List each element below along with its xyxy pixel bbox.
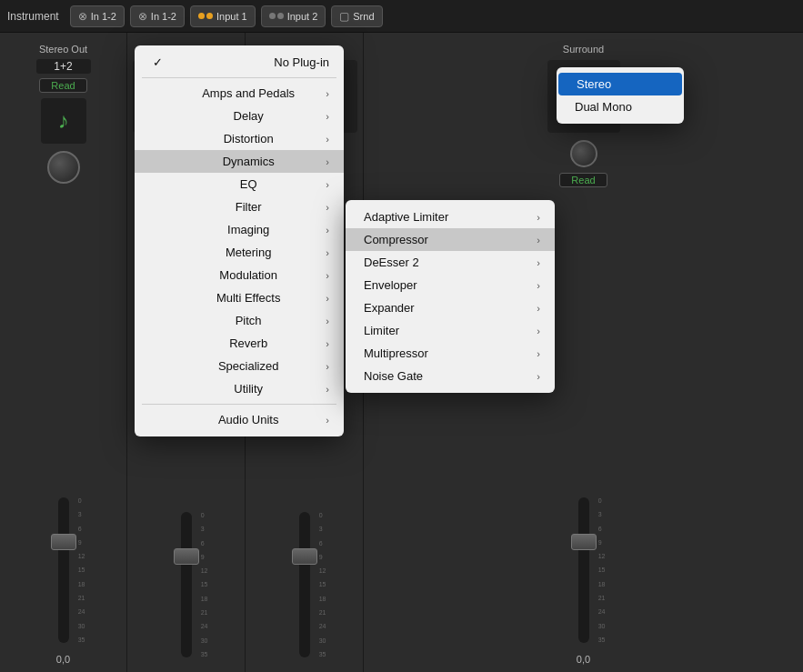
sub-menu-item-compressor[interactable]: Compressor › [346, 228, 555, 251]
sub-menu-item-noise-gate[interactable]: Noise Gate › [346, 365, 555, 387]
left-fader-scale: 0 3 6 9 12 15 18 21 24 30 35 [78, 497, 85, 643]
sub-enveloper-label: Enveloper [364, 278, 417, 292]
left-pan-knob[interactable] [47, 151, 80, 184]
channel-in12-label-2: In 1-2 [151, 11, 176, 22]
left-fader-thumb[interactable] [51, 534, 76, 550]
sub-sub-menu-item-dual-mono[interactable]: Dual Mono [557, 95, 684, 118]
menu-reverb-label: Reverb [229, 336, 267, 350]
menu-item-delay[interactable]: Delay › [135, 105, 344, 127]
sub-sub-dual-mono-label: Dual Mono [575, 100, 632, 114]
menu-audio-units-label: Audio Units [218, 413, 278, 426]
menu-item-distortion[interactable]: Distortion › [135, 127, 344, 150]
sub-menu-item-adaptive-limiter[interactable]: Adaptive Limiter › [346, 206, 555, 228]
right-fader-thumb-2[interactable] [292, 548, 317, 565]
menus-wrapper: ✓ No Plug-in Amps and Pedals › Delay › D… [135, 45, 684, 436]
menu-item-audio-units[interactable]: Audio Units › [135, 408, 344, 431]
channel-input2-label: Input 2 [287, 11, 318, 22]
arrow-icon-audio-units: › [326, 415, 329, 426]
arrow-icon-dynamics: › [326, 156, 329, 167]
right-fader-scale-2: 0 3 6 9 12 15 18 21 24 30 35 [319, 512, 326, 657]
sub-menu-item-enveloper[interactable]: Enveloper › [346, 274, 555, 296]
menu-utility-label: Utility [234, 382, 263, 396]
menu-multi-effects-label: Multi Effects [216, 291, 281, 305]
arrow-icon-delay: › [326, 111, 329, 122]
channel-in12-btn-2[interactable]: ⊗ In 1-2 [130, 5, 185, 27]
channel-input2-btn[interactable]: Input 2 [261, 5, 326, 27]
menu-eq-label: EQ [240, 177, 257, 191]
top-bar: Instrument ⊗ In 1-2 ⊗ In 1-2 Input 1 Inp… [0, 0, 803, 33]
sub-sub-stereo-label: Stereo [577, 77, 611, 91]
arrow-icon-limiter: › [537, 326, 540, 336]
left-read-btn[interactable]: Read [39, 78, 86, 93]
menu-divider-2 [142, 404, 336, 405]
arrow-icon-multi: › [326, 293, 329, 304]
left-track-number: 1+2 [36, 59, 91, 74]
menu-distortion-label: Distortion [224, 132, 274, 145]
menu-item-no-plugin[interactable]: ✓ No Plug-in [135, 51, 344, 74]
menu-specialized-label: Specialized [218, 359, 279, 373]
surround-fader-track[interactable] [578, 497, 589, 643]
menu-item-filter[interactable]: Filter › [135, 196, 344, 218]
arrow-icon-deesser2: › [537, 257, 540, 268]
channel-in12-label-1: In 1-2 [91, 11, 116, 22]
right-fader-track-2[interactable] [299, 512, 310, 657]
compressor-sub-sub-menu: Stereo Dual Mono [557, 67, 684, 124]
menu-item-specialized[interactable]: Specialized › [135, 355, 344, 377]
arrow-icon-utility: › [326, 384, 329, 395]
menu-item-dynamics[interactable]: Dynamics › [135, 150, 344, 173]
right-fader-track-1[interactable] [181, 512, 192, 657]
menu-item-imaging[interactable]: Imaging › [135, 218, 344, 241]
sub-menu-item-expander[interactable]: Expander › [346, 296, 555, 319]
menu-metering-label: Metering [226, 246, 272, 259]
arrow-icon-modulation: › [326, 270, 329, 281]
menu-amps-label: Amps and Pedals [202, 86, 295, 100]
link-icon-2: ⊗ [138, 10, 147, 23]
menu-item-eq[interactable]: EQ › [135, 173, 344, 196]
surround-fader-thumb[interactable] [571, 534, 597, 550]
menu-dynamics-label: Dynamics [223, 155, 275, 168]
sub-menu-item-multipressor[interactable]: Multipressor › [346, 342, 555, 365]
arrow-icon-reverb: › [326, 338, 329, 349]
arrow-icon-noise-gate: › [537, 371, 540, 382]
menu-item-amps[interactable]: Amps and Pedals › [135, 82, 344, 105]
checkmark-icon: ✓ [153, 55, 167, 69]
menu-pitch-label: Pitch [236, 314, 262, 327]
channel-srnd-label: Srnd [353, 11, 374, 22]
menu-item-metering[interactable]: Metering › [135, 241, 344, 264]
sub-sub-menu-item-stereo[interactable]: Stereo [558, 73, 682, 95]
menu-item-reverb[interactable]: Reverb › [135, 332, 344, 355]
sub-menu-item-limiter[interactable]: Limiter › [346, 319, 555, 342]
arrow-icon-filter: › [326, 202, 329, 213]
arrow-icon-distortion: › [326, 134, 329, 145]
channel-input1-btn[interactable]: Input 1 [190, 5, 256, 27]
channel-srnd-btn[interactable]: ▢ Srnd [331, 5, 382, 27]
channel-in12-btn-1[interactable]: ⊗ In 1-2 [70, 5, 125, 27]
dynamics-sub-menu: Adaptive Limiter › Compressor › DeEsser … [346, 200, 555, 393]
sub-multipressor-label: Multipressor [364, 346, 428, 360]
dots-input1 [198, 13, 213, 19]
square-icon: ▢ [339, 10, 349, 23]
arrow-icon-adaptive-limiter: › [537, 212, 540, 223]
sub-menu-item-deesser2[interactable]: DeEsser 2 › [346, 251, 555, 274]
main-menu: ✓ No Plug-in Amps and Pedals › Delay › D… [135, 45, 344, 436]
arrow-icon-expander: › [537, 303, 540, 314]
arrow-icon-multipressor: › [537, 348, 540, 359]
sub-compressor-label: Compressor [364, 233, 428, 246]
menu-item-pitch[interactable]: Pitch › [135, 309, 344, 332]
menu-item-multi-effects[interactable]: Multi Effects › [135, 286, 344, 309]
menu-item-modulation[interactable]: Modulation › [135, 264, 344, 286]
sub-expander-label: Expander [364, 301, 415, 315]
left-music-icon-box: ♪ [41, 98, 86, 144]
link-icon-1: ⊗ [78, 10, 87, 23]
right-fader-thumb-1[interactable] [174, 548, 199, 565]
menu-item-utility[interactable]: Utility › [135, 377, 344, 400]
channel-input1-label: Input 1 [216, 11, 247, 22]
arrow-icon-imaging: › [326, 225, 329, 236]
left-fader-track[interactable] [58, 497, 69, 643]
left-pan-label: 0,0 [56, 654, 70, 665]
left-fader-section: 0 3 6 9 12 15 18 21 24 30 35 [0, 187, 126, 650]
menu-filter-label: Filter [236, 200, 262, 214]
instrument-label: Instrument [7, 10, 59, 23]
arrow-icon-specialized: › [326, 361, 329, 372]
left-channel-strip: Stereo Out 1+2 Read ♪ 0 3 6 9 12 15 18 2… [0, 33, 127, 672]
